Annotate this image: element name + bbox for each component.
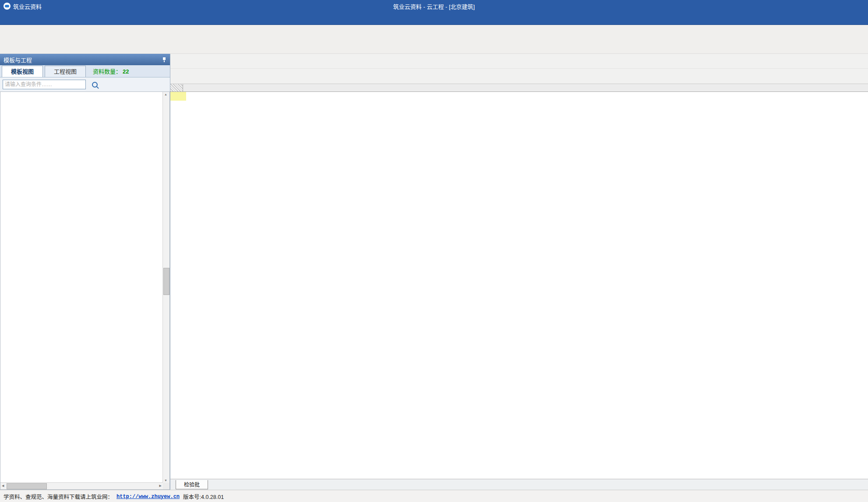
format-toolbar — [170, 54, 868, 69]
scrollbar-corner — [163, 483, 169, 489]
window-title: 筑业云资料 - 云工程 - [北京建筑] — [0, 2, 868, 11]
work-area: 模板与工程 模板视图 工程视图 资料数量：22 — [0, 54, 868, 490]
search-input[interactable] — [3, 80, 86, 89]
column-letter-header — [170, 84, 868, 92]
tree-container — [0, 91, 170, 490]
tab-project-view[interactable]: 工程视图 — [45, 66, 86, 77]
tree-horizontal-scrollbar[interactable] — [0, 482, 163, 489]
template-tree — [0, 92, 163, 483]
tab-template-view[interactable]: 模板视图 — [2, 66, 43, 77]
main-toolbar — [0, 25, 868, 54]
status-link[interactable]: http://www.zhuyew.cn — [116, 494, 180, 500]
scrollbar-thumb[interactable] — [163, 268, 169, 295]
panel-header: 模板与工程 — [0, 54, 170, 65]
data-count-value: 22 — [123, 68, 129, 75]
sheet-corner[interactable] — [170, 84, 183, 91]
panel-tabs: 模板视图 工程视图 资料数量：22 — [0, 65, 170, 77]
sheet-tab[interactable]: 检验批 — [176, 480, 208, 489]
menu-bar — [0, 12, 868, 25]
search-icon[interactable] — [92, 82, 98, 88]
edit-toolbar — [170, 69, 868, 84]
status-bar: 学资料、查规范、海量资料下载请上筑业网： http://www.zhuyew.c… — [0, 490, 868, 502]
data-count: 资料数量：22 — [93, 66, 129, 77]
status-text: 学资料、查规范、海量资料下载请上筑业网： — [4, 492, 113, 501]
tree-vertical-scrollbar[interactable] — [162, 92, 169, 483]
title-bar: 筑业云资料 筑业云资料 - 云工程 - [北京建筑] — [0, 0, 868, 12]
help-note — [170, 92, 186, 101]
sheet-column: 检验批 — [170, 54, 868, 490]
pin-icon[interactable] — [162, 57, 166, 63]
panel-title: 模板与工程 — [4, 56, 32, 64]
scrollbar-thumb[interactable] — [7, 483, 47, 489]
app-window: 筑业云资料 筑业云资料 - 云工程 - [北京建筑] 模板与工程 模板视图 工程… — [0, 0, 868, 502]
sheet-area — [170, 92, 868, 479]
sheet-tab-bar: 检验批 — [170, 479, 868, 490]
search-row — [0, 77, 170, 91]
left-panel: 模板与工程 模板视图 工程视图 资料数量：22 — [0, 54, 170, 490]
version-text: 版本号:4.0.28.01 — [183, 492, 224, 501]
